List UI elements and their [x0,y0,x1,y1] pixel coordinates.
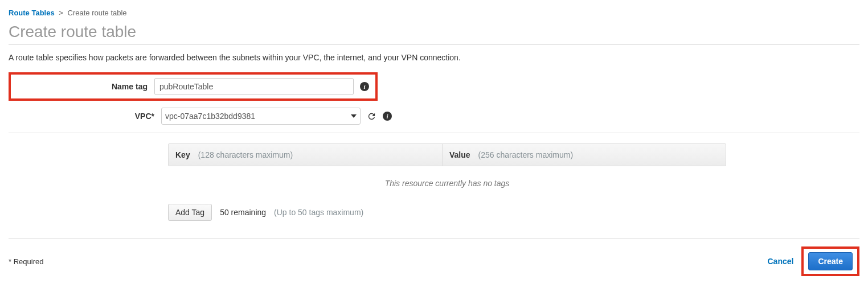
page-title: Create route table [9,23,859,41]
add-tag-button[interactable]: Add Tag [168,204,212,221]
no-tags-text: This resource currently has no tags [168,179,726,188]
footer-divider [9,238,859,239]
breadcrumb-current: Create route table [68,9,127,17]
vpc-row: VPC* vpc-07aa7c1b32bdd9381 i [9,108,859,125]
tags-value-header: Value [449,150,470,159]
breadcrumb-separator: > [59,9,63,17]
tags-area: Key (128 characters maximum) Value (256 … [168,143,726,221]
name-tag-input[interactable] [154,78,354,95]
footer-actions: Cancel Create [761,246,859,276]
tags-remaining: 50 remaining [220,208,266,217]
tags-header: Key (128 characters maximum) Value (256 … [168,143,726,166]
name-tag-highlight: Name tag i [9,72,378,101]
tags-key-header: Key [175,150,190,159]
breadcrumb-parent-link[interactable]: Route Tables [9,9,55,17]
tags-key-hint: (128 characters maximum) [198,150,293,159]
required-note: * Required [9,257,43,266]
info-icon[interactable]: i [382,111,392,121]
tags-max-hint: (Up to 50 tags maximum) [274,208,363,217]
footer-row: * Required Cancel Create [9,246,859,276]
tags-value-hint: (256 characters maximum) [478,150,574,159]
refresh-icon[interactable] [366,111,376,121]
page-description: A route table specifies how packets are … [9,53,859,62]
section-divider [9,133,859,133]
name-tag-label: Name tag [17,82,154,91]
chevron-down-icon [351,114,357,118]
vpc-select[interactable]: vpc-07aa7c1b32bdd9381 [161,108,361,125]
vpc-label: VPC* [9,112,161,121]
add-tag-row: Add Tag 50 remaining (Up to 50 tags maxi… [168,204,726,221]
title-divider [9,44,859,45]
create-button[interactable]: Create [808,252,853,270]
cancel-button[interactable]: Cancel [761,253,799,269]
breadcrumb: Route Tables > Create route table [9,9,859,17]
create-highlight: Create [801,246,859,276]
tags-header-value-col: Value (256 characters maximum) [442,144,726,166]
vpc-select-value: vpc-07aa7c1b32bdd9381 [165,112,255,121]
info-icon[interactable]: i [359,81,370,92]
tags-header-key-col: Key (128 characters maximum) [169,150,442,159]
